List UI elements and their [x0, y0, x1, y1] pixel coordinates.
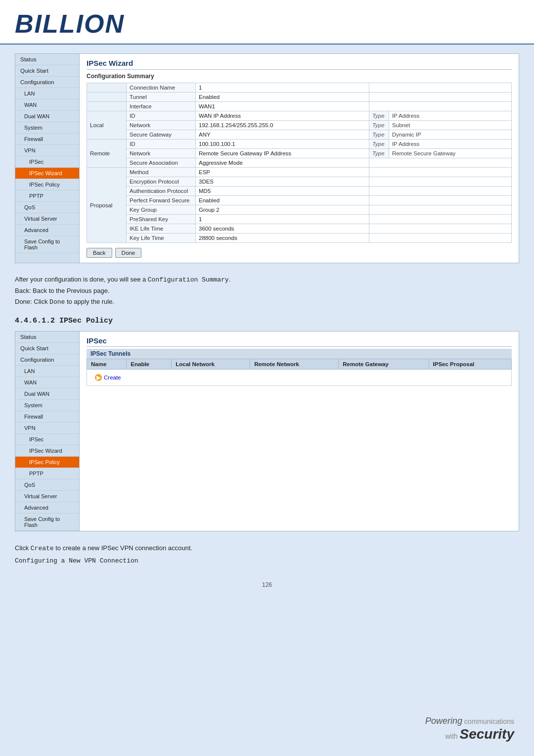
sidebar-item-virtual-server[interactable]: Virtual Server	[15, 491, 79, 502]
sidebar-1: StatusQuick StartConfigurationLANWANDual…	[15, 54, 80, 263]
tunnel-table: NameEnableLocal NetworkRemote NetworkRem…	[87, 359, 512, 386]
sidebar-item-ipsec-policy[interactable]: IPSec Policy	[15, 457, 79, 468]
sidebar-item-save-config-to-flash[interactable]: Save Config to Flash	[15, 236, 79, 253]
create-link[interactable]: ▶ Create	[95, 374, 503, 381]
sidebar-item-firewall[interactable]: Firewall	[15, 134, 79, 145]
table-row: Network192.168.1.254/255.255.255.0TypeSu…	[87, 121, 512, 130]
group-cell: Local	[87, 111, 127, 140]
table-row: Authentication ProtocolMD5	[87, 187, 512, 196]
row-label: Perfect Forward Secure	[127, 196, 196, 205]
row-label: PreShared Key	[127, 215, 196, 224]
sidebar-item-quick-start[interactable]: Quick Start	[15, 343, 79, 354]
type-value: Remote Secure Gateway	[389, 149, 511, 158]
sidebar-item-lan[interactable]: LAN	[15, 88, 79, 99]
row-value: 100.100.100.1	[196, 140, 369, 149]
row-label: Key Group	[127, 205, 196, 215]
table-row: Encryption Protocol3DES	[87, 177, 512, 187]
type-value: IP Address	[389, 140, 511, 149]
row-value: Enabled	[196, 93, 369, 102]
sidebar-item-configuration[interactable]: Configuration	[15, 354, 79, 366]
sidebar-item-quick-start[interactable]: Quick Start	[15, 65, 79, 77]
row-value: Enabled	[196, 196, 369, 205]
sidebar-item-advanced[interactable]: Advanced	[15, 502, 79, 514]
type-label: Type	[369, 121, 389, 130]
row-value: Remote Secure Gateway IP Address	[196, 149, 369, 158]
sidebar-item-ipsec-policy[interactable]: IPSec Policy	[15, 179, 79, 190]
row-value: Group 2	[196, 205, 369, 215]
tunnel-col-remote-gateway: Remote Gateway	[339, 359, 429, 370]
sidebar-item-pptp[interactable]: PPTP	[15, 468, 79, 479]
table-row: IKE Life Time3600 seconds	[87, 224, 512, 234]
wizard-title: IPSec Wizard	[87, 59, 512, 70]
sidebar-item-wan[interactable]: WAN	[15, 99, 79, 111]
table-row: RemoteID100.100.100.1TypeIP Address	[87, 140, 512, 149]
sidebar-item-firewall[interactable]: Firewall	[15, 411, 79, 423]
sidebar-item-ipsec[interactable]: IPSec	[15, 434, 79, 445]
footer-powering: Powering	[425, 716, 462, 726]
tunnel-col-ipsec-proposal: IPSec Proposal	[429, 359, 511, 370]
content-wizard: IPSec Wizard Configuration Summary Conne…	[80, 54, 519, 263]
sidebar-item-ipsec[interactable]: IPSec	[15, 156, 79, 168]
row-label: Key Life Time	[127, 234, 196, 243]
sidebar-item-qos[interactable]: QoS	[15, 202, 79, 213]
sidebar-item-advanced[interactable]: Advanced	[15, 225, 79, 236]
content-policy: IPSec IPSec Tunnels NameEnableLocal Netw…	[80, 331, 519, 531]
sidebar-item-vpn[interactable]: VPN	[15, 423, 79, 434]
btn-done[interactable]: Done	[115, 248, 142, 258]
panel-ipsec-wizard: StatusQuick StartConfigurationLANWANDual…	[15, 53, 519, 263]
ipsec-policy-title: IPSec	[87, 336, 512, 347]
table-row: Perfect Forward SecureEnabled	[87, 196, 512, 205]
sidebar-item-dual-wan[interactable]: Dual WAN	[15, 111, 79, 122]
sidebar-item-virtual-server[interactable]: Virtual Server	[15, 213, 79, 225]
row-value: 192.168.1.254/255.255.255.0	[196, 121, 369, 130]
sidebar-item-configuration[interactable]: Configuration	[15, 77, 79, 88]
btn-back[interactable]: Back	[87, 248, 112, 258]
sidebar-item-vpn[interactable]: VPN	[15, 145, 79, 156]
row-label: Network	[127, 149, 196, 158]
table-row: TunnelEnabled	[87, 93, 512, 102]
tunnel-col-name: Name	[87, 359, 127, 370]
sidebar-item-pptp[interactable]: PPTP	[15, 190, 79, 202]
type-label: Type	[369, 149, 389, 158]
sidebar-item-ipsec-wizard[interactable]: IPSec Wizard	[15, 445, 79, 457]
sidebar-item-dual-wan[interactable]: Dual WAN	[15, 388, 79, 400]
footer-communications: communications	[464, 717, 514, 725]
tunnel-col-remote-network: Remote Network	[250, 359, 339, 370]
row-value: 1	[196, 83, 369, 93]
sidebar-item-qos[interactable]: QoS	[15, 479, 79, 491]
sidebar-item-lan[interactable]: LAN	[15, 366, 79, 377]
row-label: Secure Association	[127, 158, 196, 168]
sidebar-item-system[interactable]: System	[15, 400, 79, 411]
tunnel-col-enable: Enable	[127, 359, 172, 370]
row-label: Interface	[127, 102, 196, 111]
sidebar-item-system[interactable]: System	[15, 122, 79, 134]
row-value: ESP	[196, 168, 369, 177]
create-row: ▶ Create	[91, 371, 507, 384]
row-label: IKE Life Time	[127, 224, 196, 234]
type-value: Subnet	[389, 121, 511, 130]
row-label: Authentication Protocol	[127, 187, 196, 196]
row-value: ANY	[196, 130, 369, 140]
type-label: Type	[369, 111, 389, 121]
section-heading-ipsec-policy: 4.4.6.1.2 IPSec Policy	[15, 317, 519, 325]
sidebar-item-wan[interactable]: WAN	[15, 377, 79, 388]
tunnel-col-local-network: Local Network	[172, 359, 250, 370]
table-row: Secure GatewayANYTypeDynamic IP	[87, 130, 512, 140]
create-label[interactable]: Create	[104, 375, 121, 380]
sidebar-item-status[interactable]: Status	[15, 54, 79, 65]
row-value: 3DES	[196, 177, 369, 187]
sidebar-item-ipsec-wizard[interactable]: IPSec Wizard	[15, 168, 79, 179]
footer-with: with	[445, 732, 458, 740]
row-value: 1	[196, 215, 369, 224]
ipsec-tunnels-title: IPSec Tunnels	[87, 349, 512, 359]
type-value: IP Address	[389, 111, 511, 121]
row-value: WAN IP Address	[196, 111, 369, 121]
sidebar-item-status[interactable]: Status	[15, 331, 79, 343]
type-label: Type	[369, 140, 389, 149]
page-number: 126	[15, 581, 519, 588]
sidebar-item-save-config-to-flash[interactable]: Save Config to Flash	[15, 514, 79, 531]
config-summary-title: Configuration Summary	[87, 73, 512, 80]
row-label: Network	[127, 121, 196, 130]
row-value: 28800 seconds	[196, 234, 369, 243]
table-row: ProposalMethodESP	[87, 168, 512, 177]
